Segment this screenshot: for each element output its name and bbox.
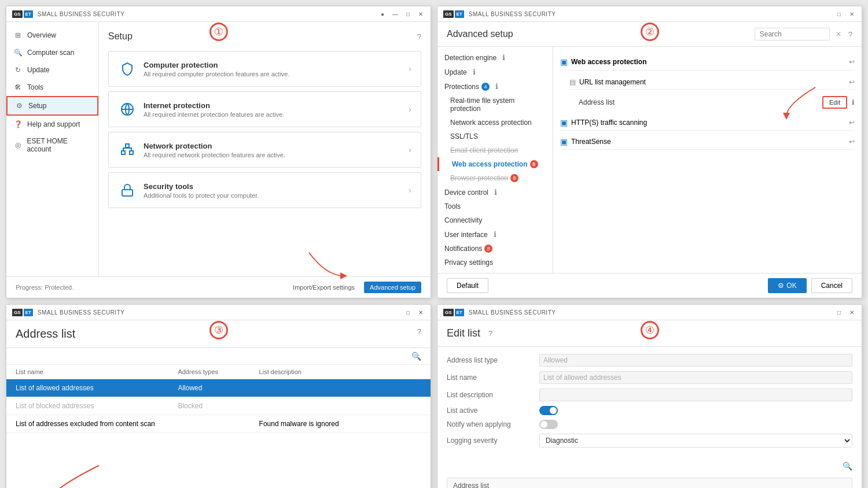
url-mgmt-header: ▤ URL list management ↩ bbox=[569, 75, 855, 90]
close-icon-2[interactable]: ✕ bbox=[848, 10, 856, 18]
adv-search-row: ✕ ? bbox=[755, 28, 852, 40]
collapse-url-icon[interactable]: ▤ bbox=[569, 78, 576, 86]
close-icon-3[interactable]: ✕ bbox=[417, 308, 425, 316]
advanced-setup-button[interactable]: Advanced setup bbox=[364, 282, 421, 293]
adv-item-network[interactable]: Network access protection bbox=[437, 116, 553, 130]
form-row-name: List name bbox=[447, 371, 852, 384]
adv-item-update[interactable]: Update ℹ bbox=[437, 65, 553, 79]
sidebar-label-setup: Setup bbox=[28, 102, 46, 110]
svg-rect-3 bbox=[126, 144, 129, 147]
adv-item-ui[interactable]: User interface ℹ bbox=[437, 227, 553, 242]
maximize-icon-4[interactable]: □ bbox=[835, 308, 843, 316]
adv-item-protections[interactable]: Protections 4 ℹ bbox=[437, 79, 553, 94]
svg-rect-4 bbox=[122, 190, 133, 196]
adv-item-ssl[interactable]: SSL/TLS bbox=[437, 130, 553, 143]
table-row-1[interactable]: List of blocked addresses Blocked bbox=[6, 397, 431, 415]
toggle-notify[interactable] bbox=[539, 420, 558, 429]
maximize-icon[interactable]: □ bbox=[404, 10, 412, 18]
info-addrlist-icon: ℹ bbox=[852, 98, 855, 106]
titlebar-text-2: SMALL BUSINESS SECURITY bbox=[469, 11, 835, 17]
sidebar-label-overview: Overview bbox=[27, 31, 56, 39]
form-label-notify: Notify when applying bbox=[447, 420, 539, 428]
reset-https-icon[interactable]: ↩ bbox=[849, 119, 855, 127]
row1-name: List of blocked addresses bbox=[16, 402, 178, 410]
adv-help-icon[interactable]: ? bbox=[848, 30, 852, 39]
adv-item-web[interactable]: Web access protection 8 bbox=[437, 157, 553, 171]
wap-label: Web access protection bbox=[571, 58, 647, 66]
adv-item-tools[interactable]: Tools bbox=[437, 199, 553, 213]
sidebar-item-setup[interactable]: ⚙ Setup bbox=[6, 96, 98, 116]
sidebar-item-help[interactable]: ❓ Help and support bbox=[6, 116, 98, 133]
adv-item-email[interactable]: Email client protection bbox=[437, 143, 553, 157]
svg-rect-1 bbox=[122, 151, 125, 154]
reset-wap-icon[interactable]: ↩ bbox=[849, 58, 855, 66]
maximize-icon-3[interactable]: □ bbox=[404, 308, 412, 316]
expand-wap-icon[interactable]: ▣ bbox=[560, 57, 568, 66]
addrlist-search-icon[interactable]: 🔍 bbox=[411, 352, 421, 361]
ok-button-2[interactable]: ⚙ OK bbox=[768, 278, 806, 293]
default-button[interactable]: Default bbox=[447, 278, 488, 293]
eset-logo-3: GS ET bbox=[12, 309, 33, 316]
card-network-title: Network protection bbox=[144, 142, 409, 150]
help-question-icon[interactable]: ? bbox=[417, 32, 421, 41]
toggle-active[interactable] bbox=[539, 406, 558, 415]
adv-footer-right: ⚙ OK Cancel bbox=[768, 278, 852, 293]
sidebar-item-overview[interactable]: ⊞ Overview bbox=[6, 27, 98, 44]
close-icon-4[interactable]: ✕ bbox=[848, 308, 856, 316]
table-row-0[interactable]: List of allowed addresses Allowed bbox=[6, 379, 431, 397]
addrlist-help-icon[interactable]: ? bbox=[417, 327, 421, 336]
titlebar-1: GS ET SMALL BUSINESS SECURITY ● — □ ✕ bbox=[6, 6, 431, 22]
select-logging[interactable]: Diagnostic bbox=[539, 434, 852, 448]
edit-address-list-button[interactable]: Edit bbox=[822, 96, 847, 109]
form-row-desc: List description bbox=[447, 389, 852, 401]
card-network-protection[interactable]: Network protection All required network … bbox=[108, 132, 421, 168]
sidebar-item-update[interactable]: ↻ Update bbox=[6, 61, 98, 79]
wap-header: ▣ Web access protection ↩ bbox=[560, 54, 855, 71]
editlist-help-icon[interactable]: ? bbox=[488, 329, 492, 338]
adv-item-browser[interactable]: Browser protection 8 bbox=[437, 171, 553, 185]
sidebar-item-tools[interactable]: 🛠 Tools bbox=[6, 79, 98, 96]
sidebar-item-eset-home[interactable]: ◎ ESET HOME account bbox=[6, 133, 98, 157]
adv-item-detection[interactable]: Detection engine ℹ bbox=[437, 50, 553, 65]
import-export-button[interactable]: Import/Export settings bbox=[288, 282, 359, 293]
logo-gs-4: GS bbox=[443, 309, 454, 316]
sidebar-item-scan[interactable]: 🔍 Computer scan bbox=[6, 44, 98, 61]
panel-1-footer: Progress: Protected. Import/Export setti… bbox=[6, 276, 431, 298]
cancel-button-2[interactable]: Cancel bbox=[811, 278, 852, 293]
adv-label-web: Web access protection bbox=[452, 160, 528, 168]
adv-item-connectivity[interactable]: Connectivity bbox=[437, 213, 553, 227]
sidebar-label-update: Update bbox=[27, 66, 50, 74]
card-computer-protection[interactable]: Computer protection All required compute… bbox=[108, 51, 421, 87]
card-internet-protection-text: Internet protection All required interne… bbox=[144, 101, 409, 118]
card-security-tools[interactable]: Security tools Additional tools to prote… bbox=[108, 172, 421, 208]
addrlist-search-icon-4[interactable]: 🔍 bbox=[843, 461, 852, 471]
search-clear-icon[interactable]: ✕ bbox=[836, 30, 841, 38]
card-internet-protection[interactable]: Internet protection All required interne… bbox=[108, 91, 421, 127]
expand-https-icon[interactable]: ▣ bbox=[560, 118, 568, 127]
shield-icon-card bbox=[118, 60, 137, 78]
adv-label-ui: User interface bbox=[444, 231, 488, 239]
help-icon: ❓ bbox=[13, 120, 23, 129]
adv-search-input[interactable] bbox=[755, 28, 830, 40]
adv-label-update: Update bbox=[444, 68, 467, 76]
reset-ts-icon[interactable]: ↩ bbox=[849, 138, 855, 146]
addrlist-title: Address list bbox=[16, 327, 75, 340]
panel-4-editlist: GS ET SMALL BUSINESS SECURITY □ ✕ ④ Edit… bbox=[437, 304, 862, 488]
expand-ts-icon[interactable]: ▣ bbox=[560, 137, 568, 146]
maximize-icon-2[interactable]: □ bbox=[835, 10, 843, 18]
close-icon[interactable]: ✕ bbox=[417, 10, 425, 18]
badge-4: 4 bbox=[481, 83, 490, 91]
addrlist-label: Address list bbox=[579, 98, 615, 106]
reset-url-icon[interactable]: ↩ bbox=[849, 78, 855, 86]
adv-item-notif[interactable]: Notifications 8 bbox=[437, 242, 553, 256]
sidebar-1: ⊞ Overview 🔍 Computer scan ↻ Update 🛠 To… bbox=[6, 22, 99, 276]
adv-item-privacy[interactable]: Privacy settings bbox=[437, 256, 553, 269]
adv-item-rtfs[interactable]: Real-time file system protection bbox=[437, 94, 553, 116]
adv-item-device[interactable]: Device control ℹ bbox=[437, 185, 553, 199]
card-security-desc: Additional tools to protect your compute… bbox=[144, 192, 409, 199]
col-listname: List name bbox=[16, 368, 178, 375]
minimize-icon[interactable]: — bbox=[391, 10, 399, 18]
adv-label-email: Email client protection bbox=[450, 146, 518, 154]
table-row-2[interactable]: List of addresses excluded from content … bbox=[6, 415, 431, 433]
bullet-icon[interactable]: ● bbox=[378, 10, 387, 18]
